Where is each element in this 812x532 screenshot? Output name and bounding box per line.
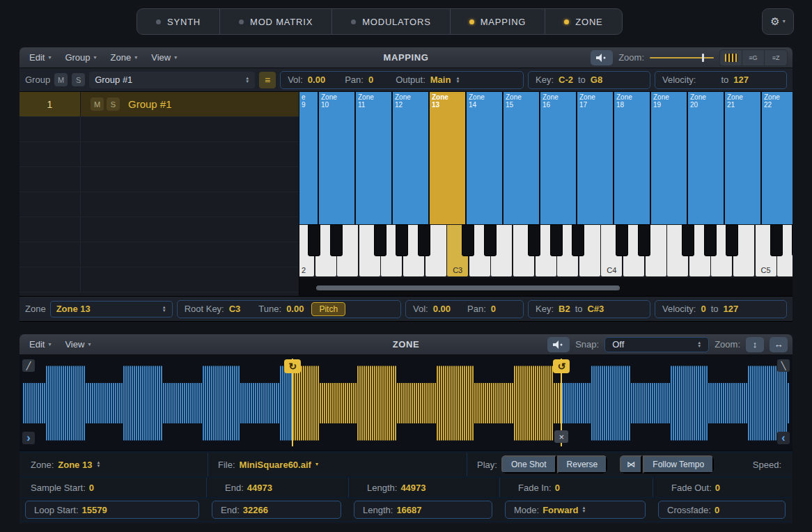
- zone-box[interactable]: Zone18: [614, 92, 650, 224]
- black-key[interactable]: [572, 224, 584, 256]
- sample-start-value[interactable]: 0: [89, 483, 94, 493]
- loop-clear-button[interactable]: [554, 430, 568, 443]
- group-row-empty[interactable]: [19, 217, 299, 242]
- loop-end-marker[interactable]: [553, 359, 570, 373]
- group-row-solo-button[interactable]: S: [107, 97, 120, 111]
- zone-box[interactable]: Zone10: [319, 92, 354, 224]
- loop-start-marker[interactable]: [284, 359, 301, 373]
- menu-group[interactable]: Group: [58, 52, 103, 63]
- keyboard-scrollbar[interactable]: [316, 285, 620, 290]
- crossfade-loop-button[interactable]: [620, 455, 642, 474]
- fade-out-value[interactable]: 0: [715, 483, 720, 493]
- black-key[interactable]: [682, 224, 694, 256]
- group-row-empty[interactable]: [19, 242, 299, 267]
- key-to-value[interactable]: G8: [591, 75, 602, 85]
- black-key[interactable]: [374, 224, 387, 256]
- waveform-display[interactable]: [19, 355, 793, 451]
- group-row-empty[interactable]: [19, 117, 299, 142]
- zone-box[interactable]: Zone12: [393, 92, 428, 224]
- loop-length-value[interactable]: 16687: [396, 505, 421, 515]
- tab-modulators[interactable]: MODULATORS: [332, 9, 451, 34]
- key-from-value[interactable]: C-2: [559, 75, 573, 85]
- one-shot-button[interactable]: One Shot: [501, 455, 556, 474]
- menu-edit[interactable]: Edit: [22, 339, 58, 350]
- zone-box[interactable]: Zone17: [577, 92, 613, 224]
- black-key[interactable]: [418, 224, 430, 256]
- fade-out-handle[interactable]: [777, 359, 790, 372]
- black-key[interactable]: [770, 224, 783, 256]
- menu-view[interactable]: View: [144, 52, 184, 63]
- group-row-empty[interactable]: [19, 267, 299, 292]
- sample-end-handle[interactable]: [777, 432, 790, 444]
- crossfade-box[interactable]: Crossfade: 0: [658, 501, 786, 519]
- loop-end-box[interactable]: End: 32266: [212, 501, 341, 519]
- loop-end-value[interactable]: 32266: [243, 505, 268, 515]
- zone-box[interactable]: Zone14: [467, 92, 502, 224]
- keyboard-view-button[interactable]: [720, 50, 742, 65]
- velocity-to-value[interactable]: 127: [724, 304, 739, 314]
- keyboard-scroll-track[interactable]: [299, 279, 793, 296]
- group-row-empty[interactable]: [19, 192, 299, 217]
- vol-value[interactable]: 0.00: [308, 75, 325, 85]
- group-name-select[interactable]: Group #1: [89, 72, 255, 88]
- tune-value[interactable]: 0.00: [286, 304, 304, 314]
- black-key[interactable]: [616, 224, 628, 256]
- menu-zone[interactable]: Zone: [104, 52, 145, 63]
- black-key[interactable]: [528, 224, 540, 256]
- key-to-value[interactable]: C#3: [587, 304, 604, 314]
- zone-box[interactable]: Zone22: [762, 92, 793, 224]
- black-key[interactable]: [704, 224, 717, 256]
- crossfade-value[interactable]: 0: [715, 505, 719, 515]
- group-solo-button[interactable]: S: [72, 73, 85, 86]
- zone-value[interactable]: Zone 13: [58, 460, 92, 470]
- follow-tempo-button[interactable]: Follow Tempo: [643, 455, 714, 474]
- black-key[interactable]: [462, 224, 474, 256]
- zone-box-selected[interactable]: Zone13: [430, 92, 465, 224]
- sample-start-handle[interactable]: [22, 432, 35, 444]
- zone-box[interactable]: e9: [299, 92, 318, 224]
- key-from-value[interactable]: B2: [559, 304, 570, 314]
- black-key[interactable]: [792, 224, 793, 256]
- black-key[interactable]: [308, 224, 320, 256]
- group-list-menu-button[interactable]: [259, 72, 276, 88]
- sample-end-value[interactable]: 44973: [247, 483, 272, 493]
- black-key[interactable]: [550, 224, 563, 256]
- loop-length-box[interactable]: Length: 16687: [354, 501, 492, 519]
- velocity-to-value[interactable]: 127: [733, 75, 749, 85]
- tab-mapping[interactable]: MAPPING: [451, 9, 546, 34]
- black-key[interactable]: [638, 224, 650, 256]
- settings-button[interactable]: [762, 8, 794, 35]
- black-key[interactable]: [396, 224, 408, 256]
- velocity-from-value[interactable]: 0: [701, 304, 705, 314]
- menu-view[interactable]: View: [58, 339, 97, 350]
- zone-box[interactable]: Zone20: [688, 92, 724, 224]
- snap-select[interactable]: Off: [604, 337, 709, 352]
- group-row-empty[interactable]: [19, 167, 299, 192]
- group-row-mute-button[interactable]: M: [91, 97, 104, 111]
- zone-box[interactable]: Zone15: [503, 92, 539, 224]
- audition-button[interactable]: [591, 50, 613, 65]
- zoom-horizontal-button[interactable]: [770, 337, 788, 352]
- pitch-toggle-button[interactable]: Pitch: [311, 302, 345, 316]
- zone-box[interactable]: Zone11: [356, 92, 391, 224]
- tab-synth[interactable]: SYNTH: [137, 9, 220, 34]
- root-key-value[interactable]: C3: [229, 304, 241, 314]
- group-row-selected[interactable]: 1 M S Group #1: [19, 92, 299, 117]
- black-key[interactable]: [726, 224, 738, 256]
- mapping-zoom-slider[interactable]: [650, 53, 714, 63]
- zone-box[interactable]: Zone21: [725, 92, 760, 224]
- file-value[interactable]: MiniSquare60.aif: [240, 460, 311, 470]
- audition-button[interactable]: [547, 337, 570, 352]
- black-key[interactable]: [484, 224, 497, 256]
- tab-mod-matrix[interactable]: MOD MATRIX: [220, 9, 332, 34]
- fade-in-handle[interactable]: [22, 359, 35, 372]
- menu-edit[interactable]: Edit: [22, 52, 58, 63]
- slider-handle[interactable]: [702, 54, 704, 62]
- reverse-button[interactable]: Reverse: [557, 455, 608, 474]
- group-row-empty[interactable]: [19, 142, 299, 167]
- fade-in-value[interactable]: 0: [555, 483, 560, 493]
- tab-zone[interactable]: ZONE: [545, 9, 621, 34]
- output-value[interactable]: Main: [430, 75, 451, 85]
- pan-value[interactable]: 0: [368, 75, 373, 85]
- zoom-vertical-button[interactable]: [746, 337, 764, 352]
